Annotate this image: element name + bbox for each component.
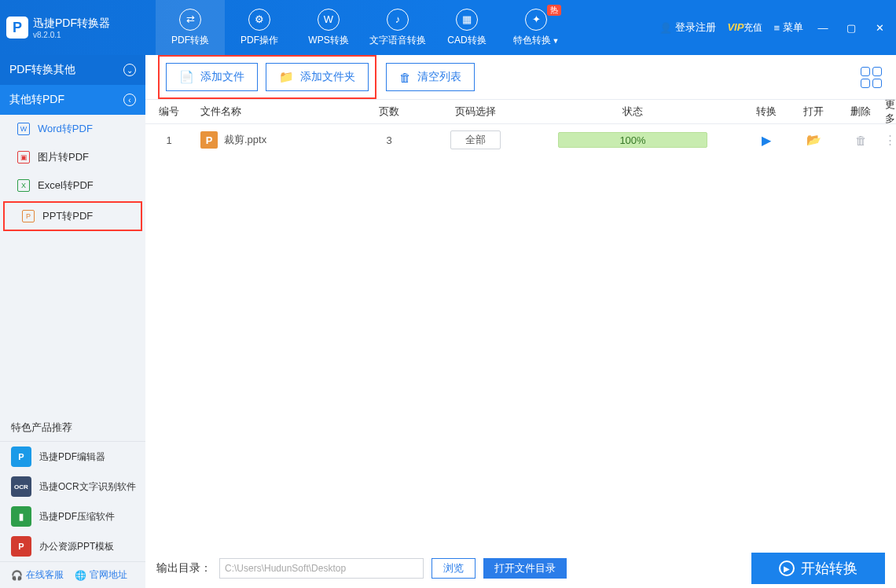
- image-icon: ▣: [17, 151, 30, 164]
- more-button[interactable]: ⋮: [884, 133, 896, 146]
- tab-wps-convert[interactable]: W WPS转换: [294, 0, 363, 55]
- vip-recharge[interactable]: VIP充值: [727, 21, 762, 35]
- sidebar-item-word-to-pdf[interactable]: W Word转PDF: [0, 115, 145, 143]
- chevron-down-icon: ⌄: [123, 64, 136, 76]
- ie-icon: 🌐: [75, 570, 86, 581]
- wps-icon: W: [318, 9, 340, 31]
- add-file-button[interactable]: 📄 添加文件: [166, 63, 258, 91]
- product-icon: OCR: [11, 476, 31, 497]
- progress-bar: 100%: [558, 132, 707, 148]
- sidebar-item-image-to-pdf[interactable]: ▣ 图片转PDF: [0, 143, 145, 171]
- sidebar: PDF转换其他 ⌄ 其他转PDF ‹ W Word转PDF ▣ 图片转PDF X…: [0, 55, 145, 588]
- main-tabs: ⇄ PDF转换 ⚙ PDF操作 W WPS转换 ♪ 文字语音转换 ▦ CAD转换…: [156, 0, 659, 55]
- cad-icon: ▦: [456, 9, 478, 31]
- app-logo-icon: P: [6, 17, 28, 39]
- file-plus-icon: 📄: [179, 70, 194, 84]
- ppt-file-icon: P: [200, 131, 218, 149]
- table-header: 编号 文件名称 页数 页码选择 状态 转换 打开 删除 更多: [145, 99, 896, 124]
- tab-tts[interactable]: ♪ 文字语音转换: [363, 0, 432, 55]
- footer: 输出目录： 浏览 打开文件目录 ▶ 开始转换: [145, 549, 896, 588]
- sidebar-item-ppt-to-pdf[interactable]: P PPT转PDF: [3, 201, 142, 231]
- main-area: 📄 添加文件 📁 添加文件夹 🗑 清空列表 编号 文件名称 页数 页码选择: [145, 55, 896, 588]
- sidebar-section-pdf-to-other[interactable]: PDF转换其他 ⌄: [0, 55, 145, 85]
- user-icon: 👤: [659, 22, 672, 34]
- menu-button[interactable]: ≡ 菜单: [773, 20, 803, 35]
- product-ocr[interactable]: OCR 迅捷OCR文字识别软件: [0, 472, 145, 502]
- hot-badge: 热: [547, 5, 561, 16]
- tab-pdf-convert[interactable]: ⇄ PDF转换: [156, 0, 225, 55]
- page-select-button[interactable]: 全部: [450, 130, 501, 149]
- hamburger-icon: ≡: [773, 22, 780, 34]
- row-num: 1: [145, 134, 193, 146]
- apps-grid-icon[interactable]: [861, 67, 882, 88]
- product-icon: P: [11, 447, 31, 467]
- col-pages: 页数: [350, 105, 428, 119]
- star-icon: ✦: [525, 9, 547, 31]
- product-pdf-compress[interactable]: ▮ 迅捷PDF压缩软件: [0, 502, 145, 531]
- file-name: 裁剪.pptx: [224, 133, 266, 147]
- col-sel: 页码选择: [428, 105, 523, 119]
- open-folder-button[interactable]: 📂: [806, 133, 821, 146]
- col-conv: 转换: [743, 105, 790, 119]
- product-pdf-editor[interactable]: P 迅捷PDF编辑器: [0, 442, 145, 472]
- col-state: 状态: [523, 105, 743, 119]
- headset-icon: 🎧: [11, 570, 23, 581]
- browse-button[interactable]: 浏览: [431, 558, 476, 579]
- app-title: 迅捷PDF转换器: [33, 17, 110, 31]
- titlebar: P 迅捷PDF转换器 v8.2.0.1 ⇄ PDF转换 ⚙ PDF操作 W WP…: [0, 0, 896, 55]
- add-folder-button[interactable]: 📁 添加文件夹: [266, 63, 369, 91]
- col-more: 更多: [884, 97, 896, 126]
- ppt-icon: P: [22, 210, 35, 222]
- col-num: 编号: [145, 105, 193, 119]
- output-label: 输出目录：: [156, 561, 211, 575]
- audio-icon: ♪: [387, 9, 409, 31]
- open-output-dir-button[interactable]: 打开文件目录: [483, 558, 567, 579]
- toolbar: 📄 添加文件 📁 添加文件夹 🗑 清空列表: [145, 55, 896, 99]
- excel-icon: X: [17, 179, 30, 192]
- page-count: 3: [350, 134, 428, 146]
- online-support[interactable]: 🎧 在线客服: [11, 568, 64, 582]
- maximize-button[interactable]: ▢: [843, 22, 860, 34]
- app-version: v8.2.0.1: [33, 31, 110, 39]
- minimize-button[interactable]: ―: [814, 22, 832, 34]
- gear-icon: ⚙: [248, 9, 270, 31]
- app-logo-block: P 迅捷PDF转换器 v8.2.0.1: [0, 0, 156, 55]
- output-path-input[interactable]: [219, 558, 424, 579]
- close-button[interactable]: ✕: [871, 22, 888, 34]
- highlight-box: 📄 添加文件 📁 添加文件夹: [158, 55, 376, 99]
- header-right: 👤 登录注册 VIP充值 ≡ 菜单 ― ▢ ✕: [659, 0, 896, 55]
- play-circle-icon: ▶: [779, 560, 795, 576]
- col-del: 删除: [837, 105, 884, 119]
- start-convert-button[interactable]: ▶ 开始转换: [751, 553, 885, 584]
- tab-special-convert[interactable]: 热 ✦ 特色转换▼: [501, 0, 571, 55]
- product-icon: ▮: [11, 506, 31, 527]
- chevron-left-icon: ‹: [123, 94, 136, 106]
- sidebar-item-excel-to-pdf[interactable]: X Excel转PDF: [0, 171, 145, 200]
- tab-pdf-operate[interactable]: ⚙ PDF操作: [225, 0, 294, 55]
- table-row: 1 P 裁剪.pptx 3 全部 100% ▶ 📂 🗑 ⋮: [145, 124, 896, 156]
- col-name: 文件名称: [193, 105, 350, 119]
- tab-cad-convert[interactable]: ▦ CAD转换: [432, 0, 501, 55]
- product-ppt-template[interactable]: P 办公资源PPT模板: [0, 531, 145, 561]
- trash-icon: 🗑: [399, 71, 411, 84]
- recommend-title: 特色产品推荐: [0, 414, 145, 442]
- chevron-down-icon: ▼: [553, 37, 560, 45]
- word-icon: W: [17, 123, 30, 135]
- convert-button[interactable]: ▶: [762, 134, 771, 147]
- col-open: 打开: [790, 105, 837, 119]
- login-register[interactable]: 👤 登录注册: [659, 20, 716, 35]
- clear-list-button[interactable]: 🗑 清空列表: [386, 63, 475, 91]
- official-site[interactable]: 🌐 官网地址: [75, 568, 127, 582]
- sidebar-section-other-to-pdf[interactable]: 其他转PDF ‹: [0, 85, 145, 115]
- delete-button[interactable]: 🗑: [855, 134, 867, 147]
- product-icon: P: [11, 536, 31, 557]
- folder-plus-icon: 📁: [279, 70, 294, 84]
- swap-icon: ⇄: [179, 9, 201, 31]
